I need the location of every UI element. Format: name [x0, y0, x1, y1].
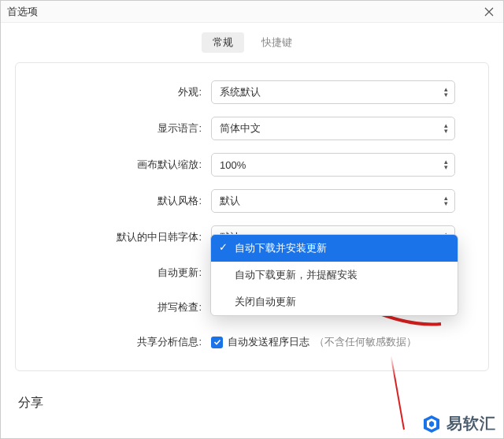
- label-auto-update: 自动更新:: [30, 266, 211, 280]
- option-label: 自动下载更新，并提醒安装: [235, 269, 358, 281]
- preferences-window: 首选项 常规 快捷键 外观: 系统默认 ▴▾ 显示语言:: [0, 0, 504, 439]
- select-default-style[interactable]: 默认 ▴▾: [211, 189, 455, 213]
- window-title: 首选项: [7, 5, 38, 19]
- option-label: 自动下载并安装更新: [235, 242, 327, 254]
- select-language-value: 简体中文: [220, 121, 261, 136]
- label-default-style: 默认风格:: [30, 194, 211, 208]
- watermark-logo-icon: [421, 414, 442, 434]
- row-default-style: 默认风格: 默认 ▴▾: [30, 189, 474, 213]
- analytics-checkbox-row: 自动发送程序日志 （不含任何敏感数据）: [211, 335, 455, 349]
- select-appearance[interactable]: 系统默认 ▴▾: [211, 80, 455, 104]
- label-cjk-font: 默认的中日韩字体:: [30, 230, 211, 244]
- tab-shortcuts[interactable]: 快捷键: [250, 32, 303, 53]
- label-canvas-zoom: 画布默认缩放:: [30, 158, 211, 172]
- row-canvas-zoom: 画布默认缩放: 100% ▴▾: [30, 153, 474, 177]
- label-analytics: 共享分析信息:: [30, 335, 211, 349]
- close-icon: [484, 7, 494, 17]
- updown-icon: ▴▾: [444, 195, 448, 206]
- option-label: 关闭自动更新: [235, 296, 296, 307]
- row-appearance: 外观: 系统默认 ▴▾: [30, 80, 474, 104]
- updown-icon: ▴▾: [444, 123, 448, 134]
- updown-icon: ▴▾: [444, 87, 448, 98]
- check-icon: [213, 338, 221, 346]
- analytics-checkbox[interactable]: [211, 337, 223, 348]
- select-canvas-zoom-value: 100%: [220, 159, 246, 171]
- check-icon: ✓: [219, 241, 228, 253]
- analytics-hint: （不含任何敏感数据）: [314, 335, 417, 349]
- analytics-checkbox-label: 自动发送程序日志: [228, 335, 309, 349]
- label-language: 显示语言:: [30, 121, 211, 136]
- select-language[interactable]: 简体中文 ▴▾: [211, 117, 455, 140]
- watermark: 易软汇: [421, 413, 496, 434]
- select-canvas-zoom[interactable]: 100% ▴▾: [211, 153, 455, 177]
- auto-update-option-disable[interactable]: 关闭自动更新: [211, 288, 458, 315]
- content-area: 外观: 系统默认 ▴▾ 显示语言: 简体中文 ▴▾: [1, 62, 503, 438]
- select-appearance-value: 系统默认: [220, 85, 261, 99]
- watermark-text: 易软汇: [447, 413, 496, 434]
- share-section-title: 分享: [15, 387, 489, 419]
- close-button[interactable]: [481, 4, 497, 20]
- auto-update-option-download-install[interactable]: ✓ 自动下载并安装更新: [211, 235, 458, 262]
- label-appearance: 外观:: [30, 85, 211, 99]
- auto-update-option-download-remind[interactable]: 自动下载更新，并提醒安装: [211, 262, 458, 288]
- auto-update-dropdown: ✓ 自动下载并安装更新 自动下载更新，并提醒安装 关闭自动更新: [210, 234, 458, 316]
- updown-icon: ▴▾: [444, 159, 448, 170]
- row-analytics: 共享分析信息: 自动发送程序日志 （不含任何敏感数据）: [30, 331, 474, 353]
- settings-panel: 外观: 系统默认 ▴▾ 显示语言: 简体中文 ▴▾: [15, 62, 489, 371]
- titlebar: 首选项: [1, 1, 503, 23]
- tab-general[interactable]: 常规: [202, 32, 244, 53]
- tabs: 常规 快捷键: [1, 23, 503, 62]
- row-language: 显示语言: 简体中文 ▴▾: [30, 117, 474, 140]
- select-default-style-value: 默认: [220, 194, 240, 208]
- label-spell-check: 拼写检查:: [30, 300, 211, 314]
